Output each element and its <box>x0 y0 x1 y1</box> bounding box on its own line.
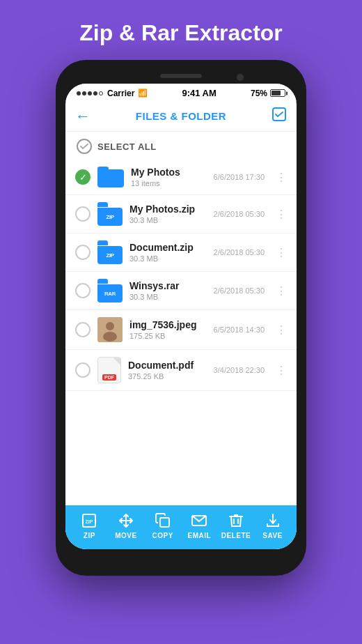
zip-icon-2: ZIP <box>97 202 123 226</box>
file-date-1: 6/6/2018 17:30 <box>214 173 265 181</box>
file-info-6: Document.pdf 375.25 KB <box>128 360 207 381</box>
more-icon-5[interactable]: ⋮ <box>272 323 287 337</box>
move-label: MOVE <box>115 532 136 539</box>
copy-toolbar-icon <box>155 512 171 529</box>
file-name-3: Document.zip <box>129 242 207 253</box>
list-item[interactable]: img_7536.jpeg 175.25 KB 6/5/2018 14:30 ⋮ <box>65 310 297 350</box>
more-icon-2[interactable]: ⋮ <box>272 208 287 221</box>
copy-button[interactable]: COPY <box>148 512 178 539</box>
select-all-row[interactable]: SELECT ALL <box>65 132 297 160</box>
file-info-2: My Photos.zip 30.3 MB <box>129 204 207 224</box>
file-info-4: Winsys.rar 30.3 MB <box>129 280 207 301</box>
email-button[interactable]: EMAIL <box>184 512 214 539</box>
list-item[interactable]: ZIP My Photos.zip 30.3 MB 2/6/2018 05:30… <box>65 195 297 233</box>
file-name-5: img_7536.jpeg <box>129 319 207 330</box>
checkmark-square-icon <box>272 107 287 122</box>
svg-text:ZIP: ZIP <box>86 519 93 524</box>
email-label: EMAIL <box>187 532 211 539</box>
file-info-5: img_7536.jpeg 175.25 KB <box>129 319 207 340</box>
phone-screen: Carrier 📶 9:41 AM 75% ← FILES & FOLDER <box>65 84 297 549</box>
save-label: SAVE <box>262 532 283 539</box>
zip-icon-3: ZIP <box>97 240 123 264</box>
dot-2 <box>82 91 86 95</box>
zip-label: ZIP <box>84 532 95 539</box>
file-date-5: 6/5/2018 14:30 <box>214 325 265 334</box>
more-icon-1[interactable]: ⋮ <box>272 171 287 184</box>
phone-camera <box>237 74 244 81</box>
file-checkbox-5[interactable] <box>75 322 90 337</box>
file-list: ✓ My Photos 13 items 6/6/2018 17:30 ⋮ <box>65 160 297 505</box>
folder-icon-1 <box>97 167 124 187</box>
file-checkbox-3[interactable] <box>75 245 90 260</box>
file-meta-3: 30.3 MB <box>129 254 207 263</box>
svg-point-3 <box>103 332 117 342</box>
rar-folder-tab <box>97 279 108 284</box>
folder-body <box>97 169 124 187</box>
pdf-corner <box>113 358 120 365</box>
list-item[interactable]: PDF Document.pdf 375.25 KB 3/4/2018 22:3… <box>65 350 297 391</box>
pdf-icon-6: PDF <box>97 357 121 383</box>
file-checkbox-4[interactable] <box>75 283 90 298</box>
zip-folder-tab <box>97 240 108 245</box>
file-checkbox-2[interactable] <box>75 206 90 222</box>
battery-fill <box>272 91 281 95</box>
rar-icon-4: RAR <box>97 279 123 302</box>
delete-button[interactable]: DELETE <box>221 512 251 539</box>
file-meta-1: 13 items <box>131 179 207 187</box>
select-all-check-icon <box>79 141 89 151</box>
signal-dots <box>77 91 103 95</box>
file-meta-2: 30.3 MB <box>129 216 207 224</box>
email-toolbar-icon <box>191 512 207 529</box>
bottom-toolbar: ZIP ZIP MOVE COPY <box>65 505 297 549</box>
file-meta-5: 175.25 KB <box>129 332 207 340</box>
zip-toolbar-icon: ZIP <box>81 512 97 529</box>
file-name-6: Document.pdf <box>128 360 207 371</box>
pdf-badge: PDF <box>102 374 116 381</box>
zip-folder-body: ZIP <box>97 208 123 226</box>
battery-icon <box>270 89 285 97</box>
save-button[interactable]: SAVE <box>258 512 288 539</box>
back-button[interactable]: ← <box>75 107 90 125</box>
zip-label-2: ZIP <box>107 214 114 220</box>
status-bar: Carrier 📶 9:41 AM 75% <box>65 84 297 101</box>
list-item[interactable]: ✓ My Photos 13 items 6/6/2018 17:30 ⋮ <box>65 160 297 195</box>
list-item[interactable]: ZIP Document.zip 30.3 MB 2/6/2018 05:30 … <box>65 233 297 272</box>
svg-point-2 <box>106 322 114 330</box>
zip-folder-body: ZIP <box>97 246 123 264</box>
move-toolbar-icon <box>118 512 134 529</box>
file-checkbox-1[interactable]: ✓ <box>75 169 90 185</box>
file-meta-6: 375.25 KB <box>128 372 207 381</box>
file-name-4: Winsys.rar <box>129 280 207 291</box>
file-checkbox-6[interactable] <box>75 362 90 378</box>
zip-button[interactable]: ZIP ZIP <box>74 512 104 539</box>
nav-bar: ← FILES & FOLDER <box>65 101 297 132</box>
file-date-3: 2/6/2018 05:30 <box>214 248 265 256</box>
rar-label-4: RAR <box>104 291 116 297</box>
wifi-icon: 📶 <box>138 89 148 98</box>
dot-1 <box>77 91 81 95</box>
dot-4 <box>93 91 97 95</box>
select-all-checkbox[interactable] <box>77 139 92 154</box>
dot-3 <box>88 91 92 95</box>
file-date-6: 3/4/2018 22:30 <box>214 366 265 374</box>
nav-title: FILES & FOLDER <box>136 110 226 122</box>
file-date-4: 2/6/2018 05:30 <box>214 286 265 295</box>
file-meta-4: 30.3 MB <box>129 293 207 301</box>
file-info-1: My Photos 13 items <box>131 167 207 187</box>
check-button[interactable] <box>272 107 287 125</box>
list-item[interactable]: RAR Winsys.rar 30.3 MB 2/6/2018 05:30 ⋮ <box>65 272 297 310</box>
image-thumbnail-5 <box>97 317 123 342</box>
copy-label: COPY <box>152 532 173 539</box>
file-name-2: My Photos.zip <box>129 204 207 215</box>
more-icon-3[interactable]: ⋮ <box>272 246 287 259</box>
dot-5 <box>99 91 103 95</box>
check-mark-1: ✓ <box>79 172 87 183</box>
battery-percent: 75% <box>251 89 267 98</box>
svg-rect-6 <box>160 518 169 527</box>
status-time: 9:41 AM <box>182 88 216 98</box>
more-icon-6[interactable]: ⋮ <box>272 364 287 377</box>
move-button[interactable]: MOVE <box>111 512 141 539</box>
status-left: Carrier 📶 <box>77 89 148 98</box>
more-icon-4[interactable]: ⋮ <box>272 284 287 298</box>
phone-speaker <box>160 74 202 78</box>
